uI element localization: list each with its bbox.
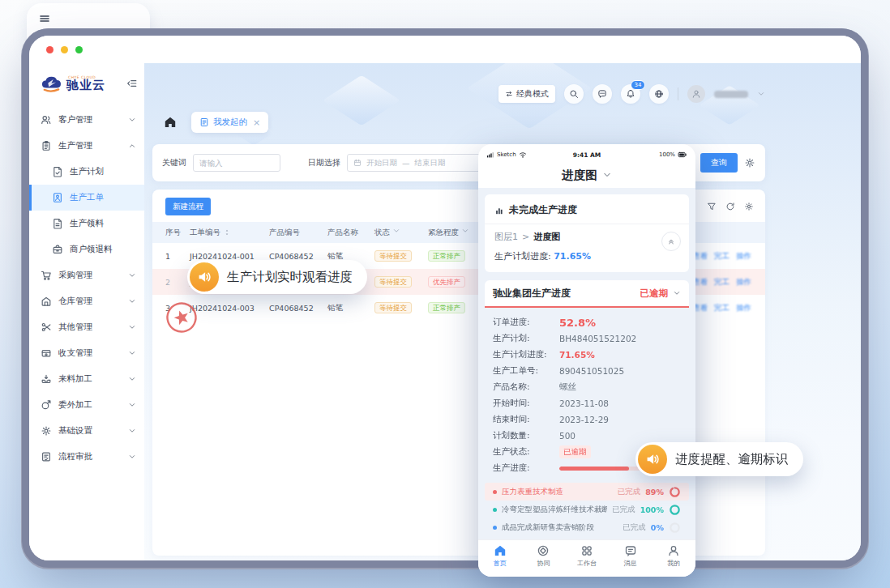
nav-item-2[interactable]: 协同 (522, 544, 566, 568)
sort-icon[interactable] (223, 228, 231, 236)
search-icon (569, 89, 579, 99)
task-row[interactable]: 成品完成新研售卖营销阶段已完成0% (485, 518, 689, 536)
collapse-button[interactable] (661, 232, 681, 251)
group-progress-section[interactable]: 驰业集团生产进度 已逾期 (485, 280, 689, 308)
action-link[interactable]: 操作 (736, 303, 751, 313)
phone-page-title[interactable]: 进度图 (478, 162, 695, 189)
double-chevron-up-icon (667, 237, 675, 245)
phone-body: 未完成生产进度 图层1 > 进度图 生产计划进度: 71.65% 驰业集团生产进… (478, 188, 695, 544)
table-cell: JH20241024-003 (190, 304, 269, 313)
column-header: 紧急程度 (428, 228, 459, 236)
sidebar-item[interactable]: 仓库管理 (29, 288, 144, 314)
query-button[interactable]: 查询 (700, 153, 738, 173)
detail-line: 结束时间:2023-12-29 (485, 411, 689, 428)
refresh-icon[interactable] (725, 202, 735, 211)
sidebar-item[interactable]: 商户领退料 (29, 236, 144, 262)
column-header: 产品名称 (327, 228, 358, 236)
message-icon (624, 544, 637, 557)
card-title: 未完成生产进度 (509, 203, 577, 217)
traffic-light-close[interactable] (46, 46, 53, 53)
sidebar-item-label: 来料加工 (58, 373, 122, 385)
sidebar-item[interactable]: 生产工单 (29, 185, 144, 211)
detail-line: 开始时间:2023-11-08 (485, 395, 689, 411)
sidebar-item[interactable]: 采购管理 (29, 262, 144, 288)
task-row[interactable]: 冷弯定型塑品淬炼纤维技术裁断已完成100% (485, 501, 689, 518)
sidebar-item[interactable]: 收支管理 (29, 340, 144, 366)
sidebar-item[interactable]: 委外加工 (29, 392, 144, 418)
nav-item-4[interactable]: 消息 (609, 544, 653, 568)
sidebar-item[interactable]: 生产管理 (29, 133, 144, 159)
nav-item-3[interactable]: 工作台 (565, 544, 609, 568)
user-avatar[interactable] (687, 85, 705, 103)
nav-label: 消息 (624, 559, 637, 568)
chevron-down-icon[interactable] (757, 90, 765, 98)
person-icon (691, 89, 701, 99)
classic-mode-button[interactable]: 经典模式 (498, 85, 555, 103)
filter-icon[interactable] (707, 202, 717, 211)
action-link[interactable]: 操作 (736, 277, 751, 288)
chevron-down-icon (128, 271, 136, 279)
speaker-icon (638, 445, 667, 474)
nav-label: 首页 (494, 559, 507, 568)
home-tab-icon[interactable] (164, 116, 177, 129)
users-icon (41, 114, 52, 126)
chevron-up-icon (128, 142, 136, 150)
bell-icon (626, 89, 635, 99)
action-link[interactable]: 完工 (714, 251, 730, 262)
breadcrumb-parent[interactable]: 图层1 (494, 231, 518, 243)
chevron-down-icon[interactable] (392, 227, 400, 235)
tab-close-icon[interactable]: × (253, 117, 260, 128)
breadcrumb: 图层1 > 进度图 (485, 224, 689, 243)
table-cell: CP4068452 (269, 304, 327, 313)
toggle-icon (505, 90, 513, 98)
detail-line: 生产计划进度:71.65% (485, 347, 689, 363)
briefcase-icon (52, 244, 63, 255)
search-button[interactable] (564, 84, 584, 104)
sidebar-item[interactable]: 客户管理 (29, 107, 144, 133)
messages-button[interactable] (593, 84, 612, 104)
sidebar-item[interactable]: 其他管理 (29, 314, 144, 340)
keyword-label: 关键词 (162, 157, 186, 168)
user-name-blurred (714, 91, 748, 98)
traffic-light-zoom[interactable] (75, 46, 83, 53)
sidebar-item-label: 其他管理 (58, 322, 122, 333)
nav-item-5[interactable]: 我的 (652, 544, 695, 568)
signal-icon (486, 151, 494, 159)
sidebar-collapse-icon[interactable] (126, 78, 138, 89)
document-icon (199, 117, 209, 127)
sidebar-menu: 客户管理生产管理生产计划生产工单生产领料商户领退料采购管理仓库管理其他管理收支管… (29, 104, 144, 560)
task-row[interactable]: 压力表重技术制造已完成89% (485, 483, 689, 501)
date-end-placeholder: 结束日期 (415, 158, 446, 168)
tab-my-initiated[interactable]: 我发起的 × (191, 112, 268, 133)
speaker-icon (190, 262, 219, 292)
settings-icon[interactable] (744, 157, 755, 168)
traffic-light-minimize[interactable] (61, 46, 68, 53)
action-link[interactable]: 完工 (714, 277, 730, 288)
sidebar-item[interactable]: 生产计划 (29, 159, 144, 185)
detail-value: 已逾期 (559, 445, 591, 458)
logo-cloud-icon (39, 74, 63, 93)
chevron-down-icon (602, 170, 612, 180)
keyword-input[interactable] (193, 154, 280, 172)
hamburger-icon (38, 12, 51, 25)
column-header: 工单编号 (190, 228, 220, 238)
detail-value: 52.8% (559, 317, 596, 329)
action-link[interactable]: 完工 (714, 303, 730, 313)
sidebar-item[interactable]: 基础设置 (29, 418, 144, 444)
notifications-button[interactable]: 34 (621, 84, 640, 104)
priority-badge: 正常排产 (428, 302, 465, 314)
language-button[interactable] (649, 84, 669, 104)
detail-value: BH484051521202 (559, 334, 636, 343)
table-settings-icon[interactable] (744, 202, 754, 211)
doc-order-icon (52, 192, 63, 203)
sidebar-item[interactable]: 流程审批 (29, 444, 144, 470)
chevron-down-icon[interactable] (461, 227, 469, 235)
callout-realtime-progress: 生产计划实时观看进度 (187, 260, 367, 294)
new-process-button[interactable]: 新建流程 (165, 198, 211, 215)
action-link[interactable]: 操作 (736, 251, 751, 262)
sidebar-item[interactable]: 生产领料 (29, 211, 144, 236)
tab-bar: 我发起的 × (164, 112, 268, 133)
sidebar-item[interactable]: 来料加工 (29, 366, 144, 392)
nav-item-1[interactable]: 首页 (478, 544, 522, 568)
callout-overdue-alert: 进度提醒、逾期标识 (635, 442, 803, 476)
